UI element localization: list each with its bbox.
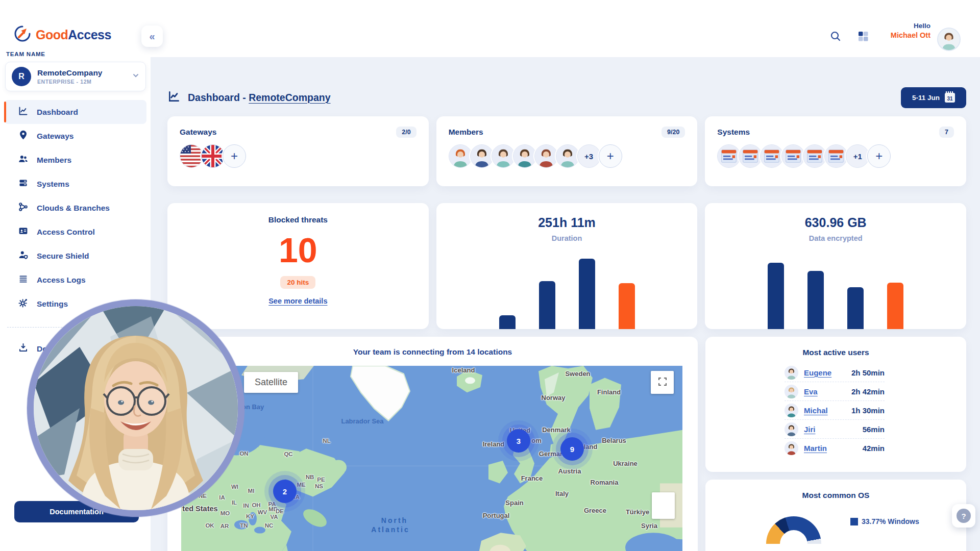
map-label: MO xyxy=(220,510,230,516)
data-encrypted-bar xyxy=(847,287,864,329)
main-content: Dashboard - RemoteCompany 5-11 Jun 31 Ga… xyxy=(151,58,980,551)
member-avatar[interactable] xyxy=(513,144,536,168)
sidebar-item-members[interactable]: Members xyxy=(4,148,146,172)
user-link[interactable]: Eugene xyxy=(804,368,831,377)
systems-overflow-badge[interactable]: +1 xyxy=(846,144,869,168)
data-encrypted-card: 630.96 GB Data encrypted xyxy=(705,203,966,329)
system-avatar[interactable] xyxy=(781,144,805,168)
goodaccess-logo-icon xyxy=(13,24,32,45)
us-flag[interactable] xyxy=(180,144,203,168)
goodaccess-logo: GoodAccess xyxy=(13,24,111,45)
map-label: OH xyxy=(252,502,260,508)
map-label: MI xyxy=(248,488,255,494)
user-link[interactable]: Eva xyxy=(804,387,818,396)
user-link[interactable]: Martin xyxy=(804,444,827,453)
user-avatar xyxy=(785,385,798,398)
page-title-row: Dashboard - RemoteCompany 5-11 Jun 31 xyxy=(167,86,966,109)
download-icon xyxy=(18,342,29,355)
map-label: Romania xyxy=(591,479,619,486)
members-overflow-badge[interactable]: +3 xyxy=(577,144,601,168)
map-label: TN xyxy=(240,522,248,529)
add-system-button[interactable]: + xyxy=(867,144,891,168)
gateways-title: Gateways xyxy=(180,128,216,137)
map-label: Finland xyxy=(597,388,621,396)
sidebar-item-clouds-branches[interactable]: Clouds & Branches xyxy=(4,196,146,220)
location-cluster-marker[interactable]: 3 xyxy=(507,429,530,453)
map-label: Portugal xyxy=(483,512,510,519)
member-avatar[interactable] xyxy=(492,144,515,168)
sidebar-collapse-button[interactable]: « xyxy=(141,26,163,47)
location-cluster-marker[interactable]: 9 xyxy=(560,437,584,461)
map-label: ME xyxy=(297,482,305,488)
world-map[interactable]: son BayIcelandSwedenNorwayFinlandLabrado… xyxy=(181,366,682,551)
bottom-row: Your team is connecting from 14 location… xyxy=(167,337,966,551)
system-avatar[interactable] xyxy=(760,144,783,168)
data-encrypted-value: 630.96 GB xyxy=(805,215,867,230)
fullscreen-button[interactable] xyxy=(651,371,674,394)
user-duration: 1h 30min xyxy=(851,406,885,415)
see-more-details-link[interactable]: See more details xyxy=(268,297,327,305)
system-avatar[interactable] xyxy=(824,144,848,168)
map-label: NC xyxy=(265,522,274,529)
active-users-list: Eugene2h 50minEva2h 42minMichal1h 30minJ… xyxy=(785,363,885,458)
user-duration: 42min xyxy=(863,444,885,453)
sidebar-item-secure-shield[interactable]: Secure Shield xyxy=(4,244,146,268)
satellite-toggle-button[interactable]: Satellite xyxy=(244,372,298,393)
systems-card: Systems 7 +1 + xyxy=(705,116,966,186)
sidebar-item-access-logs[interactable]: Access Logs xyxy=(4,268,146,292)
user-link[interactable]: Jiri xyxy=(804,425,816,434)
map-label: France xyxy=(521,474,543,482)
system-avatar[interactable] xyxy=(739,144,762,168)
apps-grid-icon xyxy=(857,30,869,44)
most-active-users-title: Most active users xyxy=(705,348,966,357)
uk-flag[interactable] xyxy=(201,144,225,168)
question-mark-icon: ? xyxy=(957,509,971,523)
duration-bar xyxy=(539,281,555,329)
map-label: IA xyxy=(219,494,225,500)
map-label: Sweden xyxy=(565,370,590,378)
system-avatar[interactable] xyxy=(803,144,826,168)
users-icon xyxy=(18,154,29,166)
apps-grid-button[interactable] xyxy=(852,27,874,48)
member-avatar[interactable] xyxy=(449,144,472,168)
add-member-button[interactable]: + xyxy=(599,144,622,168)
map-label: VA xyxy=(270,514,278,520)
sidebar-item-gateways[interactable]: Gateways xyxy=(4,124,146,148)
search-button[interactable] xyxy=(825,27,846,48)
member-avatar[interactable] xyxy=(470,144,494,168)
user-avatar xyxy=(785,404,798,417)
map-label: NL xyxy=(323,438,330,444)
user-shield-icon xyxy=(18,249,29,262)
map-label: OK xyxy=(205,522,214,529)
team-section-label: TEAM NAME xyxy=(6,51,45,57)
add-gateway-button[interactable]: + xyxy=(223,144,246,168)
team-name: RemoteCompany xyxy=(37,68,102,78)
greeting-block: Hello Michael Ott xyxy=(891,22,930,39)
help-button[interactable]: ? xyxy=(952,504,975,528)
sidebar-item-systems[interactable]: Systems xyxy=(4,172,146,196)
member-avatar[interactable] xyxy=(534,144,558,168)
map-label: North xyxy=(381,516,408,524)
date-range-button[interactable]: 5-11 Jun 31 xyxy=(901,87,966,108)
user-row: Michal1h 30min xyxy=(785,401,885,420)
map-label: QC xyxy=(284,451,292,457)
sidebar-item-access-control[interactable]: Access Control xyxy=(4,220,146,244)
location-cluster-marker[interactable]: 2 xyxy=(273,480,297,503)
data-encrypted-bar xyxy=(887,283,903,329)
map-control-partial[interactable] xyxy=(652,492,675,519)
data-encrypted-label: Data encrypted xyxy=(809,234,863,242)
user-avatar[interactable] xyxy=(937,28,961,51)
sidebar-item-dashboard[interactable]: Dashboard xyxy=(4,100,146,124)
system-avatar[interactable] xyxy=(717,144,741,168)
team-selector[interactable]: R RemoteCompany ENTERPRISE - 12M xyxy=(5,62,146,91)
member-avatar[interactable] xyxy=(556,144,579,168)
duration-bar xyxy=(619,283,635,329)
search-icon xyxy=(829,30,842,44)
user-link[interactable]: Michal xyxy=(804,406,828,415)
map-label: Austria xyxy=(558,467,581,475)
most-common-os-title: Most common OS xyxy=(705,491,966,500)
data-encrypted-bar xyxy=(807,271,824,329)
data-encrypted-bar-chart xyxy=(705,263,966,329)
map-label: Spain xyxy=(505,499,523,507)
presenter-webcam-overlay[interactable] xyxy=(27,299,244,517)
